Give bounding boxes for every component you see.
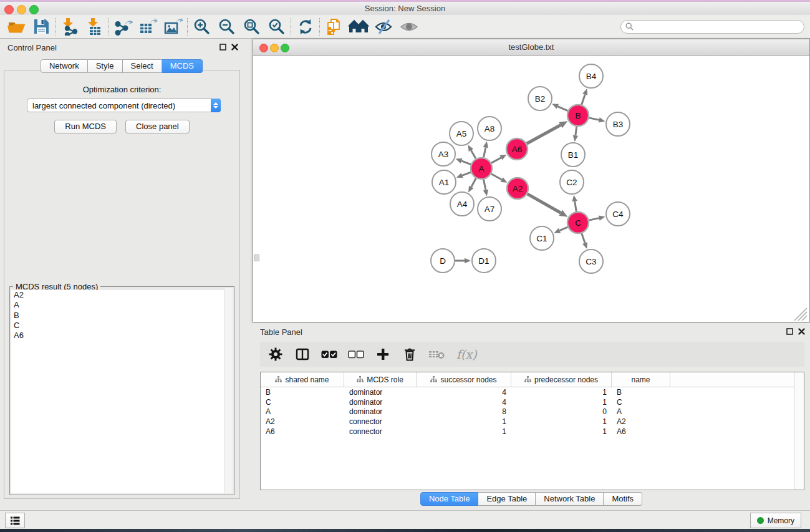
graph-node-A4[interactable]: A4 [450,192,474,216]
table-row[interactable]: Cdominator41C [261,397,795,407]
graph-node-A7[interactable]: A7 [478,197,501,221]
graph-node-A1[interactable]: A1 [432,170,456,194]
criterion-dropdown[interactable]: largest connected component (directed) [27,99,221,112]
zoom-fit-icon[interactable] [239,16,264,37]
clone-network-icon[interactable] [322,16,347,37]
zoom-out-icon[interactable] [215,16,239,37]
close-panel-icon[interactable] [798,328,805,335]
tab-network[interactable]: Network [41,59,88,73]
close-panel-icon[interactable] [231,44,238,51]
network-window-titlebar[interactable]: testGlobe.txt [253,39,809,56]
mcds-result-item[interactable]: A2 [11,290,233,300]
table-cell[interactable]: A2 [261,417,344,426]
mcds-result-item[interactable]: A [11,300,233,310]
refresh-icon[interactable] [293,16,318,37]
column-header-shared-name[interactable]: shared name [261,372,344,387]
graph-edge-B-B1[interactable] [576,127,577,135]
delete-table-icon[interactable] [428,345,445,364]
mcds-result-item[interactable]: C [11,321,233,331]
tab-node-table[interactable]: Node Table [420,492,479,506]
tab-network-table[interactable]: Network Table [536,492,604,506]
graph-node-B4[interactable]: B4 [579,64,603,88]
table-cell[interactable]: 4 [417,398,511,407]
zoom-selected-icon[interactable] [264,16,289,37]
graph-node-D[interactable]: D [431,249,455,273]
tab-motifs[interactable]: Motifs [604,492,642,506]
table-cell[interactable]: 8 [417,407,511,416]
graph-node-C[interactable]: C [567,212,589,233]
table-cell[interactable]: A [261,407,344,416]
table-cell[interactable]: C [261,398,344,407]
table-cell[interactable]: connector [344,427,417,436]
export-image-icon[interactable] [161,16,186,37]
graph-edge-A-A8[interactable] [484,147,486,157]
select-all-icon[interactable] [321,345,337,364]
canvas-resize-grip[interactable] [798,312,807,321]
table-cell[interactable]: A [612,407,670,416]
table-cell[interactable]: 1 [511,417,612,426]
graph-edge-A-A6[interactable] [491,158,501,163]
graph-edge-A-A4[interactable] [471,178,476,187]
titlebar[interactable]: Session: New Session [0,2,810,15]
mcds-result-scrollbar[interactable] [224,288,233,493]
export-network-icon[interactable] [111,16,136,37]
float-panel-icon[interactable] [219,44,226,51]
table-cell[interactable]: 0 [511,407,612,416]
window-resize-grip[interactable] [254,254,259,261]
search-field[interactable] [620,20,804,34]
memory-button[interactable]: Memory [750,513,801,528]
column-header-predecessor-nodes[interactable]: predecessor nodes [511,372,612,387]
save-session-icon[interactable] [29,16,54,37]
tab-style[interactable]: Style [88,59,123,73]
add-column-icon[interactable] [375,345,391,364]
graph-node-B3[interactable]: B3 [606,112,630,136]
graph-edge-A-A2[interactable] [491,174,502,180]
graph-node-A6[interactable]: A6 [506,138,528,160]
graph-edge-C-C4[interactable] [589,218,599,221]
table-row[interactable]: Adominator80A [261,407,795,417]
mcds-result-list[interactable]: A2ABCA6 [11,290,233,493]
graph-node-C2[interactable]: C2 [560,170,584,194]
open-session-icon[interactable] [4,16,29,37]
table-cell[interactable]: 4 [417,388,511,397]
graph-node-A[interactable]: A [471,158,492,179]
network-view-window[interactable]: testGlobe.txt B4B2BB3A8A5A6A3B1AA1C2A2A4… [253,39,810,322]
graph-edge-A-A1[interactable] [462,172,471,175]
graph-edge-C-C2[interactable] [575,201,577,212]
deselect-all-icon[interactable] [348,345,364,364]
graph-edge-A-A7[interactable] [484,180,486,190]
table-cell[interactable]: 1 [417,417,511,426]
graph-node-B2[interactable]: B2 [528,87,552,110]
graph-edge-B-B4[interactable] [582,94,586,105]
import-table-icon[interactable] [82,16,107,37]
table-row[interactable]: Bdominator41B [261,387,795,397]
graph-node-D1[interactable]: D1 [472,249,496,273]
table-cell[interactable]: B [261,388,344,397]
column-header-name[interactable]: name [612,372,670,387]
table-cell[interactable]: 1 [511,427,612,436]
table-cell[interactable]: 1 [417,427,511,436]
table-cell[interactable]: dominator [344,398,417,407]
network-canvas[interactable]: B4B2BB3A8A5A6A3B1AA1C2A2A4A7C4CC1C3DD1 [253,56,809,322]
run-mcds-button[interactable]: Run MCDS [54,120,117,133]
function-builder-icon[interactable]: f(x) [456,347,477,361]
settings-gear-icon[interactable] [268,345,284,364]
graph-edge-A6-B[interactable] [527,125,561,143]
graph-node-A5[interactable]: A5 [450,122,473,145]
table-cell[interactable]: dominator [344,407,417,416]
table-row[interactable]: A6connector11A6 [261,427,795,437]
table-cell[interactable]: connector [344,417,417,426]
tab-edge-table[interactable]: Edge Table [478,492,536,506]
graph-edge-A-A3[interactable] [461,161,471,165]
float-panel-icon[interactable] [786,328,793,335]
table-cell[interactable]: dominator [344,388,417,397]
graph-node-B[interactable]: B [567,105,589,126]
graph-node-A2[interactable]: A2 [507,178,528,199]
table-cell[interactable]: A6 [612,427,670,436]
zoom-in-icon[interactable] [190,16,215,37]
table-cell[interactable]: 1 [511,398,612,407]
search-input[interactable] [636,22,804,32]
delete-column-icon[interactable] [402,345,418,364]
tab-mcds[interactable]: MCDS [162,59,203,73]
split-table-icon[interactable] [294,345,311,364]
